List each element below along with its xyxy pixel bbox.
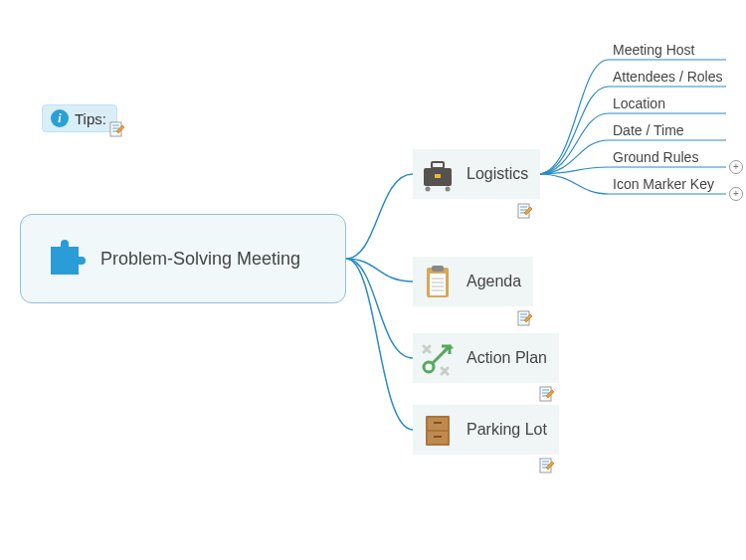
expand-handle[interactable]: + — [729, 160, 743, 174]
tips-label: Tips: — [75, 110, 106, 127]
note-icon[interactable] — [109, 121, 125, 137]
svg-point-13 — [426, 187, 431, 192]
mindmap-canvas: i Tips: Problem-Solving Meeting Logistic… — [0, 0, 746, 560]
leaf-location[interactable]: Location — [613, 95, 665, 111]
svg-rect-40 — [434, 422, 442, 424]
expand-handle[interactable]: + — [729, 187, 743, 201]
note-icon[interactable] — [539, 458, 555, 473]
briefcase-icon — [413, 149, 463, 199]
agenda-label: Agenda — [463, 273, 533, 290]
node-agenda[interactable]: Agenda — [413, 257, 533, 306]
leaf-iconmarker[interactable]: Icon Marker Key — [613, 176, 714, 192]
file-cabinet-icon — [413, 405, 463, 455]
note-icon[interactable] — [517, 310, 533, 326]
clipboard-icon — [413, 257, 463, 306]
root-title: Problem-Solving Meeting — [100, 249, 300, 270]
svg-point-14 — [446, 187, 451, 192]
tips-node[interactable]: i Tips: — [42, 104, 117, 132]
puzzle-icon — [43, 237, 87, 280]
info-icon: i — [51, 109, 69, 127]
logistics-label: Logistics — [463, 165, 540, 183]
svg-point-30 — [424, 362, 434, 372]
parkinglot-label: Parking Lot — [463, 421, 559, 439]
node-parkinglot[interactable]: Parking Lot — [413, 405, 559, 455]
node-actionplan[interactable]: Action Plan — [413, 333, 559, 383]
leaf-datetime[interactable]: Date / Time — [613, 122, 684, 138]
note-icon[interactable] — [517, 203, 533, 219]
svg-rect-12 — [435, 174, 441, 178]
svg-rect-20 — [430, 274, 446, 295]
svg-rect-11 — [432, 162, 444, 168]
node-logistics[interactable]: Logistics — [413, 149, 540, 199]
strategy-arrow-icon — [413, 333, 463, 383]
root-node[interactable]: Problem-Solving Meeting — [20, 214, 346, 303]
leaf-attendees[interactable]: Attendees / Roles — [613, 69, 723, 85]
leaf-meeting-host[interactable]: Meeting Host — [613, 42, 694, 58]
leaf-groundrules[interactable]: Ground Rules — [613, 149, 698, 165]
svg-rect-41 — [434, 436, 442, 438]
note-icon[interactable] — [539, 386, 555, 402]
svg-rect-21 — [432, 266, 444, 272]
actionplan-label: Action Plan — [463, 349, 559, 367]
